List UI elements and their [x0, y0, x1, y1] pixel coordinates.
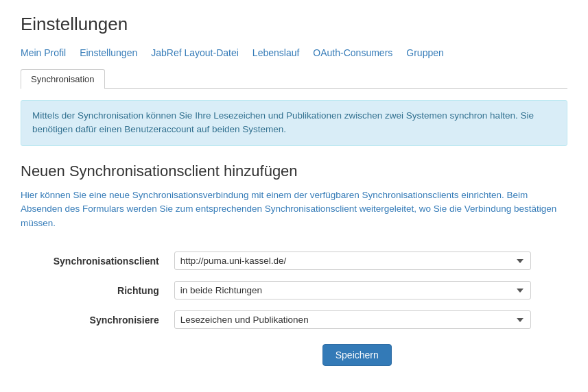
input-cell-direction: in beide Richtungen: [170, 275, 567, 305]
submit-cell: Speichern: [170, 334, 567, 371]
select-direction[interactable]: in beide Richtungen: [174, 281, 531, 299]
form-row-direction: Richtung in beide Richtungen: [21, 275, 567, 305]
label-direction: Richtung: [21, 275, 170, 305]
section-description: Hier können Sie eine neue Synchronisatio…: [21, 188, 567, 232]
save-button[interactable]: Speichern: [322, 344, 392, 366]
section-heading: Neuen Synchronisationsclient hinzufügen: [21, 162, 567, 180]
form-row-sync-client: Synchronisationsclient http://puma.uni-k…: [21, 246, 567, 275]
nav-jabref[interactable]: JabRef Layout-Datei: [151, 47, 239, 58]
nav-einstellungen[interactable]: Einstellungen: [80, 47, 137, 58]
nav-mein-profil[interactable]: Mein Profil: [21, 47, 66, 58]
info-box: Mittels der Synchronisation können Sie I…: [21, 100, 567, 146]
sync-form: Synchronisationsclient http://puma.uni-k…: [21, 246, 567, 371]
nav-oauth[interactable]: OAuth-Consumers: [313, 47, 392, 58]
tab-bar: Synchronisation: [21, 69, 567, 89]
form-row-sync-type: Synchronisiere Lesezeichen und Publikati…: [21, 305, 567, 334]
input-cell-sync-client: http://puma.uni-kassel.de/: [170, 246, 567, 275]
label-sync-type: Synchronisiere: [21, 305, 170, 334]
input-cell-sync-type: Lesezeichen und Publikationen: [170, 305, 567, 334]
nav-lebenslauf[interactable]: Lebenslauf: [252, 47, 300, 58]
label-sync-client: Synchronisationsclient: [21, 246, 170, 275]
page-title: Einstellungen: [21, 14, 567, 35]
select-sync-type[interactable]: Lesezeichen und Publikationen: [174, 310, 531, 329]
form-row-submit: Speichern: [21, 334, 567, 371]
nav-gruppen[interactable]: Gruppen: [406, 47, 443, 58]
select-sync-client[interactable]: http://puma.uni-kassel.de/: [174, 252, 531, 270]
tab-synchronisation[interactable]: Synchronisation: [21, 69, 105, 89]
main-navigation: Mein Profil Einstellungen JabRef Layout-…: [21, 47, 567, 58]
info-box-text: Mittels der Synchronisation können Sie I…: [32, 110, 534, 134]
submit-label-spacer: [21, 334, 170, 371]
